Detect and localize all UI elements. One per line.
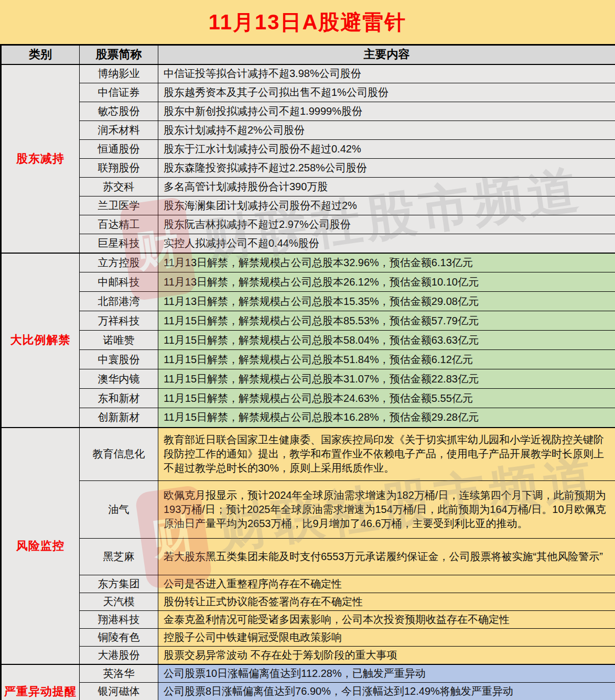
table-row: 创新新材11月15日解禁，解禁规模占公司总股本16.28%，预估金额29.28亿… xyxy=(1,408,615,428)
table-row: 润禾材料股东计划减持不超2%公司股份 xyxy=(1,121,615,140)
table-row: 天汽模股份转让正式协议能否签署尚存在不确定性 xyxy=(1,593,615,611)
stock-name-cell: 万祥科技 xyxy=(80,311,158,331)
column-header-stock-name: 股票简称 xyxy=(80,45,158,64)
stock-name-cell: 教育信息化 xyxy=(80,428,158,481)
category-cell: 风险监控 xyxy=(1,428,80,665)
title-banner: 11月13日A股避雷针 xyxy=(0,0,615,44)
content-cell: 若大股东黑五类集团未能及时支付6553万元承诺履约保证金，公司股票将被实施“其他… xyxy=(158,539,615,575)
content-cell: 公司股票8日涨幅偏离值达到76.90%，今日涨幅达到12.49%将触发严重异动 xyxy=(158,683,615,700)
table-row: 联翔股份股东森隆投资拟减持不超过2.258%公司股份 xyxy=(1,159,615,178)
table-row: 中寰股份11月15日解禁，解禁规模占公司总股本51.84%，预估金额6.12亿元 xyxy=(1,350,615,369)
content-cell: 欧佩克月报显示，预计2024年全球原油需求增速为182万桶/日，连续第四个月下调… xyxy=(158,481,615,539)
stock-name-cell: 澳华内镜 xyxy=(80,369,158,389)
table-row: 铜陵有色控股子公司中铁建铜冠受限电政策影响 xyxy=(1,629,615,647)
stock-name-cell: 北部港湾 xyxy=(80,292,158,311)
table-row: 苏交科多名高管计划减持股份合计390万股 xyxy=(1,178,615,196)
content-cell: 股东森隆投资拟减持不超过2.258%公司股份 xyxy=(158,159,615,178)
content-cell: 金泰克盈利情况可能受诸多因素影响，公司本次投资预期收益存在不确定性 xyxy=(158,611,615,629)
content-cell: 11月15日解禁，解禁规模占公司总股本24.63%，预估金额5.55亿元 xyxy=(158,389,615,408)
stock-name-cell: 恒通股份 xyxy=(80,140,158,159)
table-row: 油气欧佩克月报显示，预计2024年全球原油需求增速为182万桶/日，连续第四个月… xyxy=(1,481,615,539)
table-row: 中邮科技11月13日解禁，解禁规模占公司总股本26.12%，预估金额10.10亿… xyxy=(1,272,615,292)
content-cell: 11月13日解禁，解禁规模占公司总股本15.35%，预估金额29.08亿元 xyxy=(158,292,615,311)
stock-name-cell: 东和新材 xyxy=(80,389,158,408)
table-row: 风险监控教育信息化教育部近日联合国家卫生健康委、国家疾控局印发《关于切实抓牢幼儿… xyxy=(1,428,615,481)
content-cell: 11月15日解禁，解禁规模占公司总股本31.07%，预估金额22.83亿元 xyxy=(158,369,615,389)
content-cell: 11月13日解禁，解禁规模占公司总股本26.12%，预估金额10.10亿元 xyxy=(158,272,615,292)
content-cell: 股东阮吉林拟减持不超过2.97%公司股份 xyxy=(158,215,615,234)
stock-name-cell: 巨星科技 xyxy=(80,234,158,253)
column-header-main-content: 主要内容 xyxy=(158,45,615,64)
content-cell: 11月15日解禁，解禁规模占公司总股本58.04%，预估金额63.63亿元 xyxy=(158,331,615,350)
category-cell: 大比例解禁 xyxy=(1,253,80,428)
content-cell: 多名高管计划减持股份合计390万股 xyxy=(158,178,615,196)
table-row: 万祥科技11月15日解禁，解禁规模占公司总股本85.53%，预估金额57.79亿… xyxy=(1,311,615,331)
table-row: 澳华内镜11月15日解禁，解禁规模占公司总股本31.07%，预估金额22.83亿… xyxy=(1,369,615,389)
table-row: 巨星科技实控人拟减持公司不超0.44%股份 xyxy=(1,234,615,253)
table-row: 黑芝麻若大股东黑五类集团未能及时支付6553万元承诺履约保证金，公司股票将被实施… xyxy=(1,539,615,575)
table-row: 中信证券股东越秀资本及其子公司拟出售不超1%公司股份 xyxy=(1,83,615,102)
stock-name-cell: 百达精工 xyxy=(80,215,158,234)
stock-name-cell: 苏交科 xyxy=(80,178,158,196)
table-row: 诺唯赞11月15日解禁，解禁规模占公司总股本58.04%，预估金额63.63亿元 xyxy=(1,331,615,350)
stock-name-cell: 立方控股 xyxy=(80,253,158,272)
table-row: 东和新材11月15日解禁，解禁规模占公司总股本24.63%，预估金额5.55亿元 xyxy=(1,389,615,408)
stock-name-cell: 中邮科技 xyxy=(80,272,158,292)
table-row: 敏芯股份股东中新创投拟减持公司不超1.9999%股份 xyxy=(1,102,615,121)
header-row: 类别 股票简称 主要内容 xyxy=(1,45,615,64)
table-row: 银河磁体公司股票8日涨幅偏离值达到76.90%，今日涨幅达到12.49%将触发严… xyxy=(1,683,615,700)
page-title: 11月13日A股避雷针 xyxy=(209,8,407,37)
content-cell: 股东海澜集团计划减持公司股份不超过2% xyxy=(158,196,615,215)
table-row: 股东减持博纳影业中信证投等拟合计减持不超3.98%公司股份 xyxy=(1,64,615,83)
content-cell: 股票交易异常波动 不存在处于筹划阶段的重大事项 xyxy=(158,647,615,665)
stock-name-cell: 创新新材 xyxy=(80,408,158,428)
content-cell: 11月15日解禁，解禁规模占公司总股本51.84%，预估金额6.12亿元 xyxy=(158,350,615,369)
table-body: 股东减持博纳影业中信证投等拟合计减持不超3.98%公司股份中信证券股东越秀资本及… xyxy=(1,64,615,700)
table-row: 翔港科技金泰克盈利情况可能受诸多因素影响，公司本次投资预期收益存在不确定性 xyxy=(1,611,615,629)
stock-name-cell: 油气 xyxy=(80,481,158,539)
table-row: 百达精工股东阮吉林拟减持不超过2.97%公司股份 xyxy=(1,215,615,234)
stock-name-cell: 联翔股份 xyxy=(80,159,158,178)
category-cell: 严重异动提醒 xyxy=(1,664,80,700)
table-row: 大港股份股票交易异常波动 不存在处于筹划阶段的重大事项 xyxy=(1,647,615,665)
content-cell: 股东越秀资本及其子公司拟出售不超1%公司股份 xyxy=(158,83,615,102)
content-cell: 11月15日解禁，解禁规模占公司总股本16.28%，预估金额29.28亿元 xyxy=(158,408,615,428)
content-cell: 11月13日解禁，解禁规模占公司总股本32.96%，预估金额6.13亿元 xyxy=(158,253,615,272)
content-cell: 股东于江水计划减持公司股份不超过0.42% xyxy=(158,140,615,159)
stock-name-cell: 博纳影业 xyxy=(80,64,158,83)
stock-name-cell: 黑芝麻 xyxy=(80,539,158,575)
stock-name-cell: 诺唯赞 xyxy=(80,331,158,350)
content-cell: 公司是否进入重整程序尚存在不确定性 xyxy=(158,575,615,593)
stock-name-cell: 银河磁体 xyxy=(80,683,158,700)
stock-alert-table: 类别 股票简称 主要内容 股东减持博纳影业中信证投等拟合计减持不超3.98%公司… xyxy=(0,44,615,700)
content-cell: 公司股票10日涨幅偏离值达到112.28%，已触发严重异动 xyxy=(158,664,615,683)
table-row: 大比例解禁立方控股11月13日解禁，解禁规模占公司总股本32.96%，预估金额6… xyxy=(1,253,615,272)
stock-name-cell: 润禾材料 xyxy=(80,121,158,140)
content-cell: 中信证投等拟合计减持不超3.98%公司股份 xyxy=(158,64,615,83)
stock-name-cell: 中寰股份 xyxy=(80,350,158,369)
stock-name-cell: 英洛华 xyxy=(80,664,158,683)
stock-name-cell: 翔港科技 xyxy=(80,611,158,629)
table-row: 兰卫医学股东海澜集团计划减持公司股份不超过2% xyxy=(1,196,615,215)
content-cell: 11月15日解禁，解禁规模占公司总股本85.53%，预估金额57.79亿元 xyxy=(158,311,615,331)
content-cell: 股份转让正式协议能否签署尚存在不确定性 xyxy=(158,593,615,611)
table-row: 北部港湾11月13日解禁，解禁规模占公司总股本15.35%，预估金额29.08亿… xyxy=(1,292,615,311)
stock-name-cell: 天汽模 xyxy=(80,593,158,611)
content-cell: 股东中新创投拟减持公司不超1.9999%股份 xyxy=(158,102,615,121)
table-row: 严重异动提醒英洛华公司股票10日涨幅偏离值达到112.28%，已触发严重异动 xyxy=(1,664,615,683)
content-cell: 控股子公司中铁建铜冠受限电政策影响 xyxy=(158,629,615,647)
category-cell: 股东减持 xyxy=(1,64,80,253)
content-cell: 教育部近日联合国家卫生健康委、国家疾控局印发《关于切实抓牢幼儿园和小学近视防控关… xyxy=(158,428,615,481)
table-row: 东方集团公司是否进入重整程序尚存在不确定性 xyxy=(1,575,615,593)
column-header-category: 类别 xyxy=(1,45,80,64)
content-cell: 股东计划减持不超2%公司股份 xyxy=(158,121,615,140)
table-row: 恒通股份股东于江水计划减持公司股份不超过0.42% xyxy=(1,140,615,159)
stock-name-cell: 大港股份 xyxy=(80,647,158,665)
stock-name-cell: 东方集团 xyxy=(80,575,158,593)
stock-name-cell: 铜陵有色 xyxy=(80,629,158,647)
content-cell: 实控人拟减持公司不超0.44%股份 xyxy=(158,234,615,253)
stock-name-cell: 中信证券 xyxy=(80,83,158,102)
stock-name-cell: 兰卫医学 xyxy=(80,196,158,215)
stock-name-cell: 敏芯股份 xyxy=(80,102,158,121)
